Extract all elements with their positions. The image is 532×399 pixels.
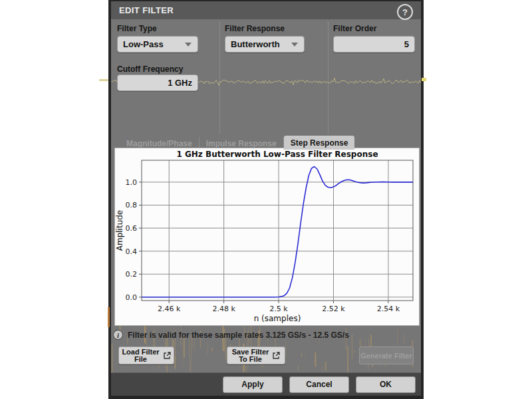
save-filter-to-file-button[interactable]: Save Filter To File [227, 346, 285, 364]
load-filter-file-button[interactable]: Load Filter File [118, 346, 174, 364]
tab-bar: Magnitude/Phase Impulse Response Step Re… [120, 136, 354, 150]
filter-order-label: Filter Order [333, 24, 376, 33]
generate-filter-button[interactable]: Generate Filter [359, 346, 414, 364]
tab-impulse-response[interactable]: Impulse Response [200, 137, 284, 150]
svg-text:0.0: 0.0 [126, 293, 138, 302]
filter-type-value: Low-Pass [118, 39, 185, 49]
svg-text:1.0: 1.0 [126, 178, 138, 187]
filter-response-value: Butterworth [225, 39, 291, 49]
dialog-title: EDIT FILTER [119, 5, 174, 15]
edit-filter-dialog: EDIT FILTER ? Filter Type Filter Respons… [108, 0, 424, 399]
svg-text:0.8: 0.8 [126, 201, 138, 209]
filter-type-label: Filter Type [117, 24, 157, 33]
tab-magnitude-phase[interactable]: Magnitude/Phase [120, 137, 200, 150]
chevron-down-icon [185, 43, 192, 47]
info-row: i Filter is valid for these sample rates… [113, 330, 349, 340]
ok-button[interactable]: OK [356, 376, 416, 393]
external-link-icon [163, 352, 171, 360]
svg-text:1 GHz Butterworth Low-Pass Fil: 1 GHz Butterworth Low-Pass Filter Respon… [176, 150, 378, 159]
svg-text:2.48 k: 2.48 k [212, 305, 235, 313]
info-text: Filter is valid for these sample rates 3… [128, 331, 349, 340]
chart-panel: 2.46 k2.48 k2.5 k2.52 k2.54 k0.00.20.40.… [114, 148, 420, 326]
svg-text:0.6: 0.6 [126, 224, 138, 233]
svg-text:Amplitude: Amplitude [115, 210, 124, 251]
svg-text:0.4: 0.4 [126, 247, 138, 256]
cutoff-frequency-input[interactable]: 1 GHz [117, 74, 198, 91]
waveform-fragment-right [422, 78, 426, 81]
waveform-fragment-left [99, 79, 108, 81]
svg-text:2.5 k: 2.5 k [269, 305, 288, 313]
svg-text:0.2: 0.2 [126, 270, 138, 279]
apply-button[interactable]: Apply [223, 376, 283, 393]
help-button[interactable]: ? [397, 4, 413, 20]
filter-response-label: Filter Response [225, 24, 285, 33]
tab-step-response[interactable]: Step Response [284, 136, 355, 150]
svg-text:n (samples): n (samples) [254, 314, 301, 323]
title-bar: EDIT FILTER ? [111, 0, 421, 20]
filter-order-value: 5 [334, 39, 414, 49]
cutoff-frequency-label: Cutoff Frequency [117, 65, 183, 74]
svg-text:2.54 k: 2.54 k [377, 305, 400, 313]
external-link-icon [272, 352, 280, 360]
step-response-chart: 2.46 k2.48 k2.5 k2.52 k2.54 k0.00.20.40.… [115, 148, 419, 325]
orange-trace-marker [108, 307, 110, 327]
column-divider [219, 22, 220, 134]
svg-text:2.46 k: 2.46 k [158, 305, 181, 313]
svg-text:2.52 k: 2.52 k [322, 305, 345, 313]
chevron-down-icon [291, 43, 298, 47]
filter-type-dropdown[interactable]: Low-Pass [117, 36, 198, 53]
filter-response-dropdown[interactable]: Butterworth [225, 36, 305, 53]
filter-order-input[interactable]: 5 [333, 36, 415, 53]
bottom-button-bar: Apply Cancel OK [111, 372, 421, 396]
cutoff-frequency-value: 1 GHz [118, 78, 198, 88]
cancel-button[interactable]: Cancel [289, 376, 349, 393]
column-divider [328, 22, 329, 134]
info-icon: i [113, 330, 123, 340]
